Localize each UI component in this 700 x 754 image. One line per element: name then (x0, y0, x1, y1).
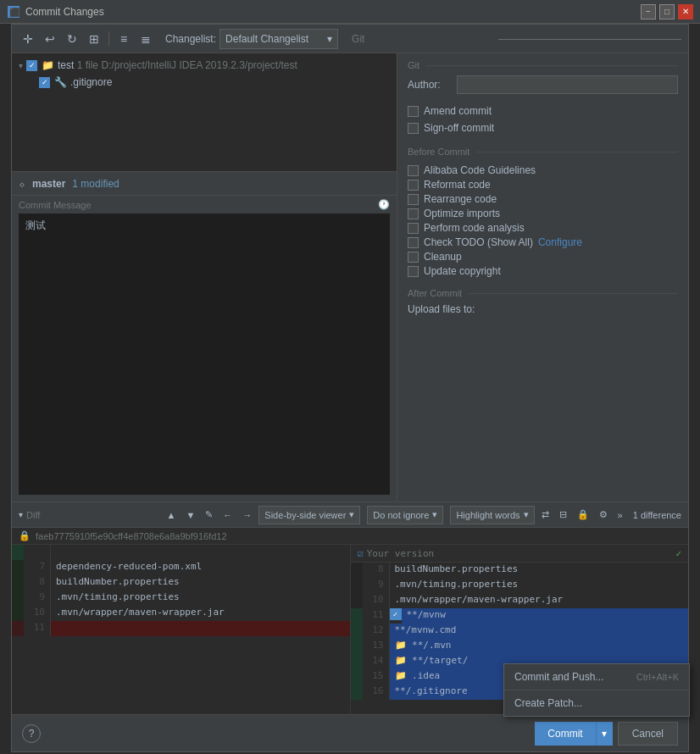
diff-prev-btn[interactable]: ← (219, 508, 236, 522)
upload-row: Upload files to: (408, 303, 678, 315)
left-panel: ▾ ✓ 📁 test 1 file D:/project/IntelliJ ID… (12, 53, 397, 502)
right-line-row: 9.mvn/timing.properties (351, 578, 689, 593)
after-commit-section-title: After Commit (408, 288, 678, 298)
before-commit-rearrange-checkbox[interactable] (408, 194, 419, 205)
amend-commit-label: Amend commit (424, 105, 492, 117)
diff-next-btn[interactable]: → (239, 508, 255, 522)
tree-checkbox-gitignore[interactable]: ✓ (39, 77, 50, 88)
before-commit-rearrange-row[interactable]: Rearrange code (408, 193, 678, 205)
toolbar-undo-button[interactable]: ↩ (41, 30, 59, 48)
signoff-commit-checkbox[interactable] (408, 123, 419, 134)
main-window: ✛ ↩ ↻ ⊞ ≡ ≣ Changelist: Default Changeli… (11, 24, 689, 752)
right-panel: Git Author: Amend commit Sign-off commit… (397, 53, 688, 502)
tree-row-root[interactable]: ▾ ✓ 📁 test 1 file D:/project/IntelliJ ID… (12, 57, 397, 74)
left-line-row: 7dependency-reduced-pom.xml (12, 560, 350, 575)
line-content-text: .mvn/wrapper/maven-wrapper.jar (51, 606, 350, 621)
before-commit-reformat-checkbox[interactable] (408, 180, 419, 191)
before-commit-options: Alibaba Code GuidelinesReformat codeRear… (408, 162, 678, 280)
line-content-text: .mvn/timing.properties (51, 590, 350, 606)
right-line-row: 8buildNumber.properties (351, 563, 689, 578)
before-commit-optimize-checkbox[interactable] (408, 208, 419, 219)
author-input[interactable] (457, 75, 678, 94)
commit-dropdown-button[interactable]: ▾ (596, 722, 613, 746)
toolbar-group-button[interactable]: ⊞ (85, 30, 103, 48)
toolbar-expand-button[interactable]: ≡ (114, 30, 133, 48)
diff-viewer-dropdown[interactable]: Side-by-side viewer ▾ (258, 506, 360, 524)
git-section-title: Git (408, 60, 678, 70)
before-commit-reformat-row[interactable]: Reformat code (408, 179, 678, 191)
signoff-commit-row[interactable]: Sign-off commit (408, 122, 678, 134)
diff-lock-btn[interactable]: 🔒 (574, 507, 592, 522)
toolbar-collapse-button[interactable]: ≣ (136, 30, 155, 48)
left-line-row: 11 (12, 621, 350, 636)
branch-bar: ⬦ master 1 modified (12, 172, 397, 196)
line-checkbox[interactable]: ✓ (390, 608, 402, 620)
before-commit-copyright-row[interactable]: Update copyright (408, 265, 678, 277)
help-button[interactable]: ? (22, 724, 41, 743)
diff-arrow-down-btn[interactable]: ▼ (182, 508, 198, 522)
bottom-bar: ? Commit ▾ Cancel (12, 714, 688, 751)
commit-button[interactable]: Commit (535, 722, 595, 746)
line-number: 7 (24, 560, 51, 575)
tree-root-name: test (58, 59, 74, 71)
line-number: 9 (24, 590, 51, 606)
minimize-button[interactable]: − (641, 4, 656, 19)
before-commit-cleanup-checkbox[interactable] (408, 252, 419, 263)
left-line-row: 8buildNumber.properties (12, 575, 350, 590)
left-line-row: 10.mvn/wrapper/maven-wrapper.jar (12, 606, 350, 621)
diff-settings-btn[interactable]: ⚙ (596, 507, 611, 522)
commit-push-label: Commit and Push... (514, 671, 603, 683)
before-commit-alibaba-row[interactable]: Alibaba Code Guidelines (408, 164, 678, 176)
signoff-commit-label: Sign-off commit (424, 122, 494, 134)
before-commit-cleanup-row[interactable]: Cleanup (408, 251, 678, 263)
diff-sync-btn[interactable]: ⇄ (538, 507, 553, 522)
right-line-row: 13📁 **/.mvn (351, 639, 689, 654)
cancel-button[interactable]: Cancel (618, 722, 678, 746)
before-commit-reformat-label: Reformat code (424, 179, 491, 191)
diff-ignore-dropdown[interactable]: Do not ignore ▾ (367, 506, 443, 524)
right-line-row: 12**/mvnw.cmd (351, 624, 689, 639)
before-commit-analysis-checkbox[interactable] (408, 223, 419, 234)
commit-message-input[interactable]: 测试 (19, 213, 390, 495)
before-commit-todo-checkbox[interactable] (408, 237, 419, 248)
amend-commit-checkbox[interactable] (408, 106, 419, 117)
dropdown-arrow-icon: ▾ (327, 33, 332, 45)
close-button[interactable]: ✕ (678, 4, 693, 19)
tree-checkbox-root[interactable]: ✓ (26, 60, 37, 71)
diff-expand-icon[interactable]: ▾ (19, 510, 23, 519)
pane-check-icon: ☑ (358, 547, 364, 559)
amend-commit-row[interactable]: Amend commit (408, 105, 678, 117)
diff-title: Diff (26, 510, 40, 520)
highlight-label: Highlight words (456, 510, 519, 520)
diff-highlight-dropdown[interactable]: Highlight words ▾ (450, 506, 534, 524)
diff-layout-btn[interactable]: ⊟ (556, 507, 570, 522)
before-commit-cleanup-label: Cleanup (424, 251, 462, 263)
before-commit-alibaba-checkbox[interactable] (408, 165, 419, 176)
before-commit-todo-row[interactable]: Check TODO (Show All) Configure (408, 236, 678, 248)
toolbar-refresh-button[interactable]: ↻ (63, 30, 81, 48)
before-commit-optimize-label: Optimize imports (424, 208, 500, 219)
before-commit-copyright-checkbox[interactable] (408, 266, 419, 277)
diff-more-btn[interactable]: » (614, 508, 626, 522)
tree-row-gitignore[interactable]: ✓ 🔧 .gitignore (12, 74, 397, 91)
file-path-text: faeb7775910f5e90cff4e8708e6a8a9bf916fd12 (36, 531, 227, 541)
maximize-button[interactable]: □ (659, 4, 675, 19)
commit-and-push-item[interactable]: Commit and Push... Ctrl+Alt+K (504, 664, 689, 690)
before-commit-optimize-row[interactable]: Optimize imports (408, 208, 678, 219)
git-section-line: —————————————————— (498, 33, 681, 45)
diff-arrow-up-btn[interactable]: ▲ (164, 508, 180, 522)
configure-link[interactable]: Configure (538, 236, 582, 248)
diff-edit-btn[interactable]: ✎ (202, 507, 216, 522)
right-line-row: 11✓**/mvnw (351, 608, 689, 624)
toolbar-move-button[interactable]: ✛ (19, 30, 37, 48)
line-number: 9 (363, 578, 390, 593)
line-content-text: .mvn/timing.properties (390, 578, 689, 593)
viewer-arrow-icon: ▾ (349, 509, 354, 520)
changelist-dropdown[interactable]: Default Changelist ▾ (219, 29, 338, 49)
create-patch-item[interactable]: Create Patch... (504, 690, 689, 716)
create-patch-label: Create Patch... (514, 697, 582, 709)
before-commit-analysis-label: Perform code analysis (424, 222, 525, 234)
line-content-text: buildNumber.properties (390, 563, 689, 578)
before-commit-analysis-row[interactable]: Perform code analysis (408, 222, 678, 234)
line-content-text: **/mvnw.cmd (390, 624, 689, 639)
